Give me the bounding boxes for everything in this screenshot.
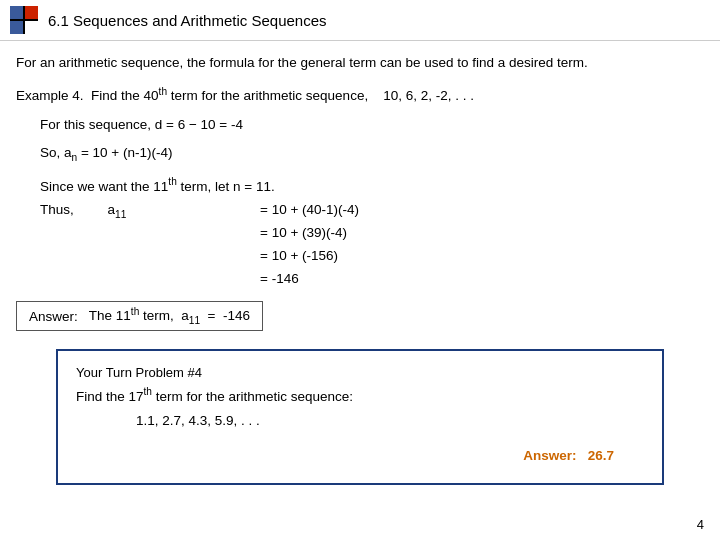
- calc-line-4: = -146: [260, 268, 359, 291]
- answer-prefix: Answer:: [29, 308, 85, 323]
- since-label: Since we want the 11th term, let n = 11.: [40, 173, 275, 198]
- thus-row: Thus, a11 = 10 + (40-1)(-4) = 10 + (39)(…: [40, 199, 704, 291]
- thus-label: Thus, a11: [40, 199, 260, 223]
- your-turn-box: Your Turn Problem #4 Find the 17th term …: [56, 349, 664, 485]
- step1-line: For this sequence, d = 6 − 10 = -4: [40, 114, 704, 136]
- calc-line-2: = 10 + (39)(-4): [260, 222, 359, 245]
- since-block: Since we want the 11th term, let n = 11.…: [16, 173, 704, 290]
- your-turn-answer-label: Answer:: [523, 448, 576, 463]
- answer-content: The 11th term, a11 = -146: [89, 308, 250, 323]
- answer-box: Answer: The 11th term, a11 = -146: [16, 301, 263, 331]
- example-desc: Find the 40th term for the arithmetic se…: [87, 88, 383, 103]
- your-turn-title: Your Turn Problem #4: [76, 365, 644, 380]
- example-sequence: 10, 6, 2, -2, . . .: [383, 88, 474, 103]
- page-number: 4: [697, 517, 704, 532]
- header: 6.1 Sequences and Arithmetic Sequences: [0, 0, 720, 41]
- calc-line-1: = 10 + (40-1)(-4): [260, 199, 359, 222]
- step1-block: For this sequence, d = 6 − 10 = -4: [16, 114, 704, 136]
- example-line: Example 4. Find the 40th term for the ar…: [16, 83, 704, 106]
- calc-line-3: = 10 + (-156): [260, 245, 359, 268]
- since-row: Since we want the 11th term, let n = 11.: [40, 173, 704, 198]
- step2-line: So, an = 10 + (n-1)(-4): [40, 142, 704, 166]
- your-turn-answer: Answer: 26.7: [76, 448, 644, 463]
- example-label: Example 4.: [16, 88, 84, 103]
- intro-paragraph: For an arithmetic sequence, the formula …: [16, 53, 704, 73]
- header-title: 6.1 Sequences and Arithmetic Sequences: [48, 12, 327, 29]
- step2-block: So, an = 10 + (n-1)(-4): [16, 142, 704, 166]
- your-turn-question: Find the 17th term for the arithmetic se…: [76, 384, 644, 407]
- logo-icon: [10, 6, 38, 34]
- main-content: For an arithmetic sequence, the formula …: [0, 41, 720, 497]
- your-turn-sequence: 1.1, 2.7, 4.3, 5.9, . . .: [76, 413, 644, 428]
- calc-column: = 10 + (40-1)(-4) = 10 + (39)(-4) = 10 +…: [260, 199, 359, 291]
- your-turn-answer-value: 26.7: [588, 448, 614, 463]
